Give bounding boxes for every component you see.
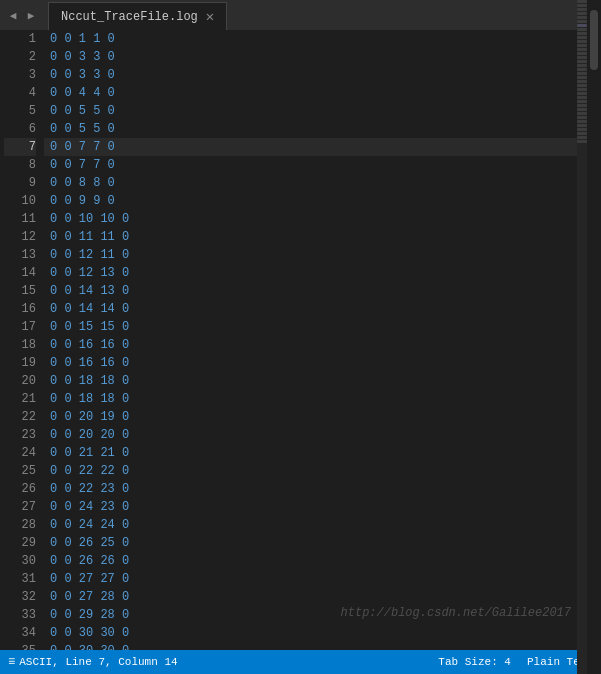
minimap-line-17 (577, 64, 587, 67)
nav-prev-button[interactable]: ◀ (4, 6, 22, 24)
line-number-13: 13 (4, 246, 36, 264)
code-line-29: 0 0 26 25 0 (44, 534, 601, 552)
minimap-line-18 (577, 68, 587, 71)
tab-close-button[interactable]: ✕ (206, 8, 214, 25)
minimap-line-27 (577, 104, 587, 107)
line-number-27: 27 (4, 498, 36, 516)
minimap-line-11 (577, 40, 587, 43)
line-number-25: 25 (4, 462, 36, 480)
line-number-20: 20 (4, 372, 36, 390)
nav-next-button[interactable]: ▶ (22, 6, 40, 24)
code-line-33: 0 0 29 28 0 (44, 606, 601, 624)
minimap-line-34 (577, 132, 587, 135)
cursor-position: ASCII, Line 7, Column 14 (19, 656, 177, 668)
minimap-line-19 (577, 72, 587, 75)
minimap-line-30 (577, 116, 587, 119)
minimap-line-36 (577, 140, 587, 143)
code-line-21: 0 0 18 18 0 (44, 390, 601, 408)
line-number-11: 11 (4, 210, 36, 228)
file-tab[interactable]: Nccut_TraceFile.log ✕ (48, 2, 227, 30)
line-number-22: 22 (4, 408, 36, 426)
code-line-25: 0 0 22 22 0 (44, 462, 601, 480)
editor-container: 1234567891011121314151617181920212223242… (0, 30, 601, 650)
line-number-3: 3 (4, 66, 36, 84)
code-line-32: 0 0 27 28 0 (44, 588, 601, 606)
code-line-12: 0 0 11 11 0 (44, 228, 601, 246)
minimap-line-25 (577, 96, 587, 99)
line-number-28: 28 (4, 516, 36, 534)
code-line-1: 0 0 1 1 0 (44, 30, 601, 48)
minimap-line-15 (577, 56, 587, 59)
minimap-line-22 (577, 84, 587, 87)
line-number-15: 15 (4, 282, 36, 300)
line-number-17: 17 (4, 318, 36, 336)
minimap-line-23 (577, 88, 587, 91)
minimap-line-31 (577, 120, 587, 123)
code-line-10: 0 0 9 9 0 (44, 192, 601, 210)
nav-arrows: ◀ ▶ (4, 6, 40, 24)
code-content[interactable]: 0 0 1 1 00 0 3 3 00 0 3 3 00 0 4 4 00 0 … (44, 30, 601, 650)
scrollbar-thumb[interactable] (590, 30, 598, 70)
code-line-2: 0 0 3 3 0 (44, 48, 601, 66)
code-line-31: 0 0 27 27 0 (44, 570, 601, 588)
code-line-18: 0 0 16 16 0 (44, 336, 601, 354)
code-line-35: 0 0 30 30 0 (44, 642, 601, 650)
line-number-1: 1 (4, 30, 36, 48)
line-number-29: 29 (4, 534, 36, 552)
minimap-line-28 (577, 108, 587, 111)
code-line-13: 0 0 12 11 0 (44, 246, 601, 264)
line-number-32: 32 (4, 588, 36, 606)
line-number-19: 19 (4, 354, 36, 372)
code-line-15: 0 0 14 13 0 (44, 282, 601, 300)
minimap-line-13 (577, 48, 587, 51)
line-number-35: 35 (4, 642, 36, 650)
code-line-19: 0 0 16 16 0 (44, 354, 601, 372)
line-numbers: 1234567891011121314151617181920212223242… (0, 30, 44, 650)
code-line-22: 0 0 20 19 0 (44, 408, 601, 426)
status-right: Tab Size: 4 Plain Text (438, 656, 593, 668)
tab-size[interactable]: Tab Size: 4 (438, 656, 511, 668)
code-line-3: 0 0 3 3 0 (44, 66, 601, 84)
line-number-26: 26 (4, 480, 36, 498)
line-number-14: 14 (4, 264, 36, 282)
line-number-7: 7 (4, 138, 36, 156)
status-bar: ≡ ASCII, Line 7, Column 14 Tab Size: 4 P… (0, 650, 601, 674)
minimap-line-32 (577, 124, 587, 127)
code-line-7: 0 0 7 7 0 (44, 138, 601, 156)
code-line-24: 0 0 21 21 0 (44, 444, 601, 462)
minimap-line-14 (577, 52, 587, 55)
line-number-9: 9 (4, 174, 36, 192)
line-number-24: 24 (4, 444, 36, 462)
line-number-5: 5 (4, 102, 36, 120)
line-number-16: 16 (4, 300, 36, 318)
minimap-line-33 (577, 128, 587, 131)
line-number-34: 34 (4, 624, 36, 642)
minimap-line-16 (577, 60, 587, 63)
tab-area: Nccut_TraceFile.log ✕ (48, 0, 227, 30)
code-line-16: 0 0 14 14 0 (44, 300, 601, 318)
line-number-23: 23 (4, 426, 36, 444)
line-number-18: 18 (4, 336, 36, 354)
minimap-line-26 (577, 100, 587, 103)
code-line-30: 0 0 26 26 0 (44, 552, 601, 570)
line-number-33: 33 (4, 606, 36, 624)
minimap-line-20 (577, 76, 587, 79)
code-line-14: 0 0 12 13 0 (44, 264, 601, 282)
minimap-line-10 (577, 36, 587, 39)
minimap-line-9 (577, 32, 587, 35)
line-number-2: 2 (4, 48, 36, 66)
tab-label: Nccut_TraceFile.log (61, 10, 198, 24)
code-line-6: 0 0 5 5 0 (44, 120, 601, 138)
minimap-line-35 (577, 136, 587, 139)
code-line-20: 0 0 18 18 0 (44, 372, 601, 390)
minimap (577, 30, 587, 650)
status-left: ≡ ASCII, Line 7, Column 14 (8, 655, 178, 669)
line-number-4: 4 (4, 84, 36, 102)
scrollbar-track[interactable] (587, 30, 601, 650)
title-bar: ◀ ▶ Nccut_TraceFile.log ✕ ▼ (0, 0, 601, 30)
status-icon: ≡ (8, 655, 15, 669)
minimap-line-12 (577, 44, 587, 47)
code-line-11: 0 0 10 10 0 (44, 210, 601, 228)
code-line-4: 0 0 4 4 0 (44, 84, 601, 102)
line-number-6: 6 (4, 120, 36, 138)
